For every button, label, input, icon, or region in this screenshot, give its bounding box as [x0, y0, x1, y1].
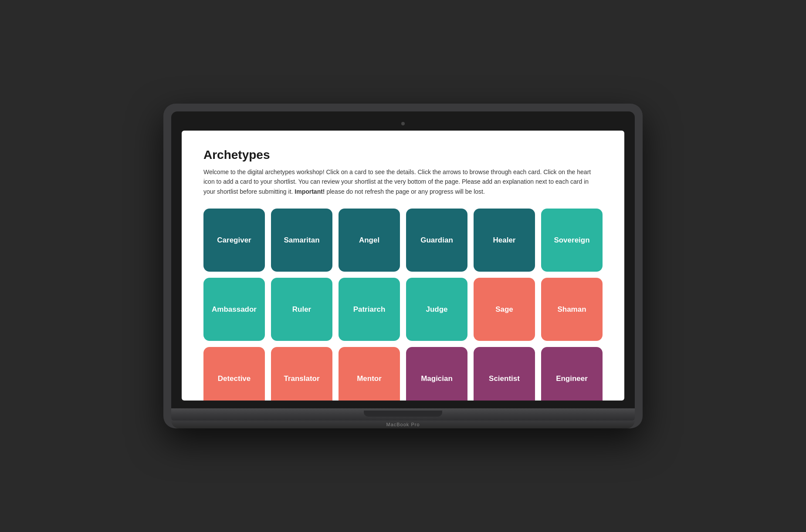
card-samaritan[interactable]: Samaritan	[271, 209, 332, 272]
card-shaman[interactable]: Shaman	[541, 278, 603, 341]
screen-bezel: Archetypes Welcome to the digital archet…	[171, 111, 635, 408]
card-ambassador[interactable]: Ambassador	[203, 278, 265, 341]
card-judge[interactable]: Judge	[406, 278, 467, 341]
card-engineer[interactable]: Engineer	[541, 347, 603, 401]
card-sage[interactable]: Sage	[474, 278, 535, 341]
laptop-bottom: MacBook Pro	[171, 421, 635, 428]
card-angel[interactable]: Angel	[339, 209, 400, 272]
card-guardian[interactable]: Guardian	[406, 209, 467, 272]
card-magician[interactable]: Magician	[406, 347, 467, 401]
camera-dot	[401, 122, 405, 125]
card-sovereign[interactable]: Sovereign	[541, 209, 603, 272]
screen-content: Archetypes Welcome to the digital archet…	[182, 131, 624, 401]
card-healer[interactable]: Healer	[474, 209, 535, 272]
card-detective[interactable]: Detective	[203, 347, 265, 401]
card-ruler[interactable]: Ruler	[271, 278, 332, 341]
card-mentor[interactable]: Mentor	[339, 347, 400, 401]
laptop-screen: Archetypes Welcome to the digital archet…	[182, 131, 624, 401]
card-translator[interactable]: Translator	[271, 347, 332, 401]
laptop-base	[171, 408, 635, 421]
page-description: Welcome to the digital archetypes worksh…	[203, 167, 596, 196]
cards-grid: Caregiver Samaritan Angel Guardian Heale…	[203, 209, 603, 401]
card-scientist[interactable]: Scientist	[474, 347, 535, 401]
card-patriarch[interactable]: Patriarch	[339, 278, 400, 341]
description-text-2: please do not refresh the page or any pr…	[325, 188, 485, 195]
laptop-frame: Archetypes Welcome to the digital archet…	[163, 104, 643, 428]
laptop-notch	[364, 411, 442, 417]
laptop-brand: MacBook Pro	[386, 419, 420, 430]
card-caregiver[interactable]: Caregiver	[203, 209, 265, 272]
description-bold: Important!	[295, 188, 325, 195]
page-title: Archetypes	[203, 148, 603, 162]
